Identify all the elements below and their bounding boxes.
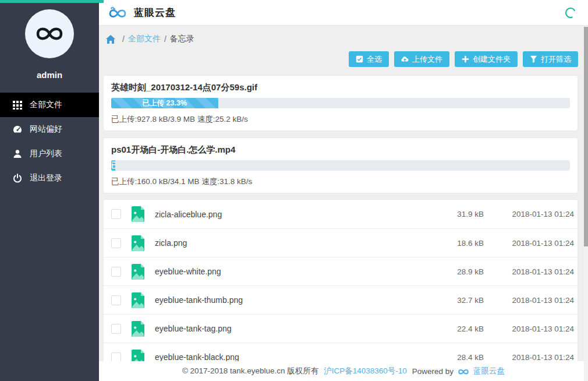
create-folder-button[interactable]: 创建文件夹 [455,51,518,67]
breadcrumb-link-all-files[interactable]: 全部文件 [128,34,161,44]
loading-spinner-icon [565,7,576,19]
file-name[interactable]: eyeblue-white.png [155,267,420,276]
upload-status-text: 已上传:927.8 kB/3.9 MB 速度:25.2 kB/s [111,114,570,125]
upload-status-text: 已上传:160.0 kB/34.1 MB 速度:31.8 kB/s [111,177,570,187]
file-name[interactable]: eyeblue-tank-tag.png [155,324,420,333]
scrollbar-thumb[interactable] [584,27,588,246]
infinity-logo-icon [33,24,66,44]
table-row[interactable]: eyeblue-tank-thumb.png 32.7 kB 2018-01-1… [104,285,578,314]
file-name[interactable]: zicla.png [155,238,420,248]
select-all-button[interactable]: 全选 [349,51,389,67]
row-checkbox[interactable] [111,324,121,334]
powered-by-text: Powered by [412,367,454,376]
open-filter-button[interactable]: 打开筛选 [523,51,578,67]
upload-progress-fill: 已上传 [111,160,115,171]
image-file-icon [132,292,144,308]
app-logo-icon [106,5,129,21]
button-label: 上传文件 [412,54,442,65]
table-row[interactable]: zicla-aliceblue.png 31.9 kB 2018-01-13 0… [104,200,578,228]
toolbar: 全选 上传文件 创建文件夹 [103,51,578,67]
file-name[interactable]: eyeblue-tank-thumb.png [155,295,420,305]
scrollbar[interactable] [584,26,588,381]
username: admin [0,70,99,80]
upload-card: ps01开场白-开场白.怎么学.mp4 已上传 已上传:160.0 kB/34.… [103,137,578,193]
sidebar-item-label: 用户列表 [30,149,62,159]
icp-link[interactable]: 沪ICP备14038360号-10 [324,366,407,376]
cloud-upload-icon [401,55,409,63]
breadcrumb-current: 备忘录 [170,34,194,44]
file-date: 2018-01-13 01:24 [484,353,578,362]
file-size: 18.6 kB [420,239,484,248]
file-list: zicla-aliceblue.png 31.9 kB 2018-01-13 0… [103,199,578,372]
page-title: 蓝眼云盘 [134,6,176,19]
upload-progress-bar: 已上传 [111,160,570,171]
sidebar-item-all-files[interactable]: 全部文件 [0,93,99,117]
upload-filename: ps01开场白-开场白.怎么学.mp4 [111,144,570,156]
sidebar-item-label: 网站偏好 [30,124,62,135]
upload-card: 英雄时刻_20170312-14点07分59s.gif 已上传 23.3% 已上… [103,75,578,131]
sidebar-item-site-preference[interactable]: 网站偏好 [0,117,99,142]
breadcrumb-separator: / [122,34,125,44]
file-size: 22.4 kB [420,324,484,333]
image-file-icon [132,206,144,222]
table-row[interactable]: zicla.png 18.6 kB 2018-01-13 01:24 [104,228,578,257]
file-date: 2018-01-13 01:24 [484,239,578,248]
file-date: 2018-01-13 01:24 [484,296,578,305]
sidebar: admin 全部文件 [0,0,99,381]
copyright-text: © 2017-2018 tank.eyeblue.cn 版权所有 [182,366,318,376]
button-label: 全选 [367,54,382,65]
table-row[interactable]: eyeblue-tank-tag.png 22.4 kB 2018-01-13 … [104,314,578,343]
gauge-icon [13,125,22,134]
sidebar-item-logout[interactable]: 退出登录 [0,166,99,190]
row-checkbox[interactable] [111,238,121,248]
upload-progress-bar: 已上传 23.3% [111,98,570,108]
footer-logo-icon [456,367,470,376]
plus-icon [462,55,469,63]
sidebar-item-label: 退出登录 [30,173,62,184]
file-name[interactable]: zicla-aliceblue.png [155,210,420,219]
file-date: 2018-01-13 01:24 [484,210,578,218]
image-file-icon [132,264,144,280]
file-date: 2018-01-13 01:24 [484,267,578,276]
row-checkbox[interactable] [111,267,121,277]
breadcrumb: / 全部文件 / 备忘录 [106,33,578,45]
row-checkbox[interactable] [111,352,121,362]
upload-filename: 英雄时刻_20170312-14点07分59s.gif [111,82,570,93]
file-size: 28.4 kB [420,353,484,362]
grid-icon [13,100,22,110]
table-row[interactable]: eyeblue-white.png 28.9 kB 2018-01-13 01:… [104,257,578,285]
check-square-icon [356,55,363,63]
row-checkbox[interactable] [111,295,121,305]
footer: © 2017-2018 tank.eyeblue.cn 版权所有 沪ICP备14… [99,361,588,381]
upload-file-button[interactable]: 上传文件 [394,51,449,67]
header: 蓝眼云盘 [99,0,588,26]
sidebar-menu: 全部文件 网站偏好 用 [0,93,99,190]
file-size: 28.9 kB [420,267,484,276]
avatar[interactable] [25,9,74,58]
user-icon [13,149,22,158]
home-icon[interactable] [106,35,115,44]
power-icon [13,174,22,183]
sidebar-item-user-list[interactable]: 用户列表 [0,142,99,166]
button-label: 打开筛选 [541,54,571,65]
main-content: / 全部文件 / 备忘录 全选 上传 [99,26,588,381]
breadcrumb-separator: / [164,34,167,44]
file-date: 2018-01-13 01:24 [484,324,578,333]
app-window: admin 全部文件 [0,0,588,381]
page-loading-bar [0,0,104,3]
file-size: 32.7 kB [420,296,484,305]
brand-link[interactable]: 蓝眼云盘 [473,366,505,376]
file-name[interactable]: eyeblue-tank-black.png [155,352,420,362]
button-label: 创建文件夹 [473,54,511,65]
image-file-icon [132,321,144,337]
file-size: 31.9 kB [420,210,484,218]
upload-progress-fill: 已上传 23.3% [111,98,218,108]
filter-icon [530,55,537,63]
sidebar-item-label: 全部文件 [30,100,62,110]
row-checkbox[interactable] [111,209,121,219]
image-file-icon [132,235,144,251]
